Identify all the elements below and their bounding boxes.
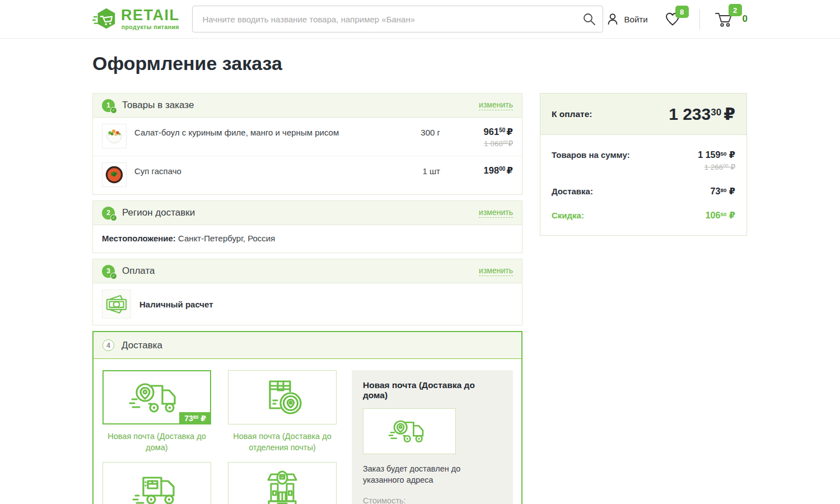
step-1-badge: 1 ✓ [102,99,115,112]
delivery-description: Заказ будет доставлен до указанного адре… [363,463,502,486]
summary-old-total: 1 26600 ₽ [552,162,735,171]
item-qty: 1 шт [384,162,440,176]
search-icon[interactable] [582,12,596,26]
delivery-option-pickup[interactable]: Самовывоз [228,462,337,504]
delivery-truck-pin-icon [128,379,186,416]
section-delivery: 4 Доставка [92,331,522,504]
item-qty: 300 г [384,124,440,137]
location-value: Санкт-Петербург, Россия [178,234,275,243]
logo-title: RETAIL [121,8,180,23]
cash-icon [102,290,131,319]
section-payment: 3 ✓ Оплата изменить [92,259,522,325]
section-region-title: Регион доставки [122,207,195,218]
section-region: 2 ✓ Регион доставки изменить Местоположе… [92,200,522,253]
item-name: Салат-боул с куриным филе, манго и черны… [134,124,384,137]
payment-method: Наличный расчет [139,300,213,309]
total-amount: 1 23330₽ [669,104,735,124]
cart-button[interactable]: 2 [715,10,734,28]
delivery-van-icon [129,471,185,504]
edit-region-link[interactable]: изменить [479,208,513,218]
delivery-option-label: Новая почта (Доставка до дома) [102,431,211,453]
order-item-row: Салат-боул с куриным филе, манго и черны… [93,118,522,156]
check-icon: ✓ [110,273,117,279]
delivery-price-chip: 7380 ₽ [179,412,211,424]
user-icon [606,12,619,26]
store-icon [259,469,306,504]
delivery-options: 7380 ₽ Новая почта (Доставка до дома) [102,370,337,504]
delivery-option-example[interactable]: Пример службы доставки [102,462,211,504]
delivery-detail-panel: Новая почта (Доставка до дома) [352,370,513,504]
logo-subtitle: продукты питания [122,24,179,30]
delivery-option-home[interactable]: 7380 ₽ Новая почта (Доставка до дома) [102,370,211,453]
summary-row-delivery: Доставка: 7380 ₽ [552,186,735,197]
delivery-truck-pin-icon [363,408,456,454]
delivery-option-post-office[interactable]: Новая почта (Доставка до отделения почты… [228,370,337,453]
favorites-button[interactable]: 8 [665,12,680,26]
delivery-detail-title: Новая почта (Доставка до дома) [363,380,502,400]
section-products: 1 ✓ Товары в заказе изменить [92,93,522,195]
summary-row-discount: Скидка: 10650 ₽ [552,210,735,221]
section-delivery-title: Доставка [122,340,162,351]
parcel-pin-icon [255,378,309,417]
location-label: Местоположение: [102,234,176,243]
logo-basket-icon [92,6,118,32]
delivery-option-label: Новая почта (Доставка до отделения почты… [228,431,337,453]
cost-label: Стоимость: [363,496,502,504]
logo[interactable]: RETAIL продукты питания [92,6,180,32]
summary-row-items: Товаров на сумму: 1 15950 ₽ [552,150,735,160]
check-icon: ✓ [110,107,117,114]
order-item-row: Суп гаспачо 1 шт 19800₽ [93,156,522,194]
step-4-badge: 4 [102,339,114,351]
step-2-badge: 2 ✓ [102,207,115,220]
check-icon: ✓ [110,214,117,221]
edit-payment-link[interactable]: изменить [479,266,513,276]
salad-bowl-image [102,124,127,148]
login-label: Войти [624,15,648,24]
search-input[interactable] [192,6,603,32]
favorites-count-badge: 8 [675,6,689,18]
cart-total: 0 [743,13,748,25]
search-bar [192,6,603,32]
region-info: Местоположение: Санкт-Петербург, Россия [93,225,522,253]
item-price: 96150₽ [440,127,513,137]
gazpacho-image [102,162,127,187]
step-3-badge: 3 ✓ [102,265,115,278]
item-price: 19800₽ [440,165,513,176]
section-products-title: Товары в заказе [122,100,194,111]
total-label: К оплате: [552,109,592,119]
order-summary: К оплате: 1 23330₽ Товаров на сумму: 1 1… [540,93,747,236]
cart-count-badge: 2 [729,4,742,16]
header-divider [699,9,700,29]
site-header: RETAIL продукты питания Войти [0,0,840,39]
login-button[interactable]: Войти [606,12,648,26]
edit-products-link[interactable]: изменить [479,100,513,110]
item-old-price: 1 06800₽ [440,139,513,148]
header-actions: Войти 8 2 0 [606,9,748,29]
item-name: Суп гаспачо [134,162,384,176]
page-title: Оформление заказа [92,53,748,74]
section-payment-title: Оплата [122,265,155,277]
